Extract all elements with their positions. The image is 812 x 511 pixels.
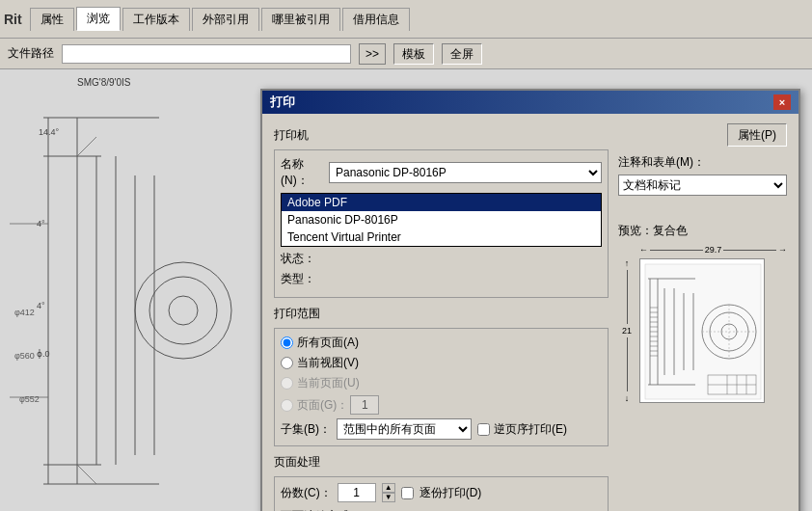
tab-referenced-by[interactable]: 哪里被引用 [261, 8, 340, 31]
subset-label: 子集(B)： [281, 421, 331, 438]
radio-pages-label: 页面(G)： [297, 397, 348, 414]
print-range-box: 所有页面(A) 当前视图(V) 当前页面(U) [274, 328, 609, 446]
print-range-title: 打印范围 [274, 306, 609, 322]
print-dialog: 打印 × 打印机 名称(N)： Panasonic DP-8016P [260, 89, 800, 511]
tab-borrow-info[interactable]: 借用信息 [342, 8, 410, 31]
collate-label: 逐份打印(D) [420, 485, 482, 501]
dialog-title-bar: 打印 × [262, 91, 798, 114]
tab-browse[interactable]: 浏览 [76, 7, 121, 31]
dim-label-2: 4° [37, 219, 45, 229]
dialog-two-col: 打印机 名称(N)： Panasonic DP-8016P Adobe PDF [274, 123, 787, 511]
toolbar: 文件路径 >> 模板 全屏 [0, 39, 812, 69]
radio-all-pages-input[interactable] [281, 336, 293, 349]
file-path-input[interactable] [62, 44, 351, 64]
copies-spinner: ▲ ▼ [382, 483, 395, 502]
app-logo: Rit [4, 12, 22, 27]
preview-drawing-svg [640, 259, 765, 403]
radio-current-page-input[interactable] [281, 377, 293, 390]
radio-current-page-label: 当前页面(U) [297, 375, 360, 391]
file-path-label: 文件路径 [8, 45, 54, 62]
svg-point-11 [149, 277, 217, 344]
preview-container: 预览：复合色 ← 29.7 → [618, 203, 787, 403]
copies-label: 份数(C)： [281, 485, 332, 501]
printer-option-adobe[interactable]: Adobe PDF [282, 194, 601, 211]
radio-all-pages: 所有页面(A) [281, 335, 602, 351]
pages-range-input[interactable] [350, 395, 379, 415]
svg-point-12 [169, 296, 198, 325]
printer-name-select[interactable]: Panasonic DP-8016P [329, 162, 602, 183]
copies-down-btn[interactable]: ▼ [382, 493, 395, 502]
printer-name-label: 名称(N)： [281, 156, 329, 189]
dim-label-4: ϕ.0 [37, 349, 50, 359]
dim-height-value: 21 [622, 326, 632, 336]
subset-row: 子集(B)： 范围中的所有页面 逆页序打印(E) [281, 418, 602, 440]
svg-line-19 [77, 465, 96, 484]
dim-top-arrow: ← 29.7 → [639, 245, 787, 255]
preview-area: ← 29.7 → ↑ 21 [618, 241, 787, 403]
copies-row: 份数(C)： ▲ ▼ 逐份打印(D) [281, 483, 602, 502]
reverse-print-label: 逆页序打印(E) [494, 421, 567, 438]
svg-text:φ412: φ412 [14, 308, 35, 317]
drawing-dim-top: SMG'8/9'0IS [77, 77, 131, 88]
arrows-button[interactable]: >> [359, 43, 386, 65]
radio-current-view-label: 当前视图(V) [297, 355, 359, 371]
printer-type-row: 类型： [281, 271, 602, 287]
printer-type-label: 类型： [281, 271, 329, 287]
radio-pages-input[interactable] [281, 399, 293, 412]
copies-input[interactable] [338, 483, 376, 502]
tab-external-ref[interactable]: 外部引用 [192, 8, 259, 31]
svg-line-18 [77, 137, 96, 156]
title-bar: Rit 属性 浏览 工作版本 外部引用 哪里被引用 借用信息 [0, 0, 812, 39]
radio-current-view-input[interactable] [281, 357, 293, 369]
dim-label-1: 14.4° [39, 127, 59, 137]
page-handling-box: 份数(C)： ▲ ▼ 逐份打印(D) 页面缩放方式(S)： [274, 476, 609, 511]
template-button[interactable]: 模板 [393, 43, 434, 65]
dialog-close-button[interactable]: × [773, 94, 791, 110]
printer-option-panasonic[interactable]: Panasonic DP-8016P [282, 211, 601, 229]
reverse-print-row: 逆页序打印(E) [477, 421, 567, 438]
page-handling-title: 页面处理 [274, 454, 609, 471]
dialog-body: 打印机 名称(N)： Panasonic DP-8016P Adobe PDF [262, 114, 798, 511]
printer-section-title: 打印机 [274, 127, 609, 144]
dialog-left-col: 打印机 名称(N)： Panasonic DP-8016P Adobe PDF [274, 123, 609, 511]
main-area: SMG'8/9'0IS φ412 φ560 φ552 [0, 69, 812, 511]
radio-all-pages-label: 所有页面(A) [297, 335, 359, 351]
tab-bar: 属性 浏览 工作版本 外部引用 哪里被引用 借用信息 [30, 7, 410, 31]
printer-status-row: 状态： [281, 251, 602, 267]
dialog-right-col: 属性(P) 注释和表单(M)： 文档和标记 [618, 123, 787, 511]
printer-status-label: 状态： [281, 251, 329, 267]
printer-dropdown-list: Adobe PDF Panasonic DP-8016P Tencent Vir… [281, 193, 602, 247]
fullscreen-button[interactable]: 全屏 [442, 43, 482, 65]
dialog-title: 打印 [270, 94, 295, 111]
subset-select[interactable]: 范围中的所有页面 [337, 418, 472, 440]
collate-checkbox[interactable] [401, 487, 414, 499]
dim-label-3: 4° [37, 301, 45, 310]
annotation-select[interactable]: 文档和标记 [618, 175, 787, 196]
radio-current-view: 当前视图(V) [281, 355, 602, 371]
annotation-row: 注释和表单(M)： [618, 154, 787, 171]
preview-paper [639, 258, 765, 403]
copies-up-btn[interactable]: ▲ [382, 483, 395, 493]
dim-left-arrow: ↑ 21 ↓ [622, 258, 632, 403]
radio-pages: 页面(G)： [281, 395, 602, 415]
props-button[interactable]: 属性(P) [727, 123, 787, 147]
dim-width-value: 29.7 [705, 245, 722, 255]
annotation-select-row: 文档和标记 [618, 175, 787, 196]
preview-label: 预览：复合色 [618, 223, 787, 239]
tab-work-version[interactable]: 工作版本 [122, 8, 190, 31]
tab-properties[interactable]: 属性 [30, 8, 74, 31]
printer-name-row: 名称(N)： Panasonic DP-8016P [281, 156, 602, 189]
svg-text:φ552: φ552 [19, 394, 40, 404]
printer-section-box: 名称(N)： Panasonic DP-8016P Adobe PDF Pana… [274, 149, 609, 298]
printer-option-tencent[interactable]: Tencent Virtual Printer [282, 229, 601, 246]
reverse-print-checkbox[interactable] [477, 423, 490, 436]
svg-text:φ560: φ560 [14, 351, 35, 361]
props-btn-row: 属性(P) [618, 123, 787, 147]
radio-current-page: 当前页面(U) [281, 375, 602, 391]
annotation-label: 注释和表单(M)： [618, 154, 705, 171]
